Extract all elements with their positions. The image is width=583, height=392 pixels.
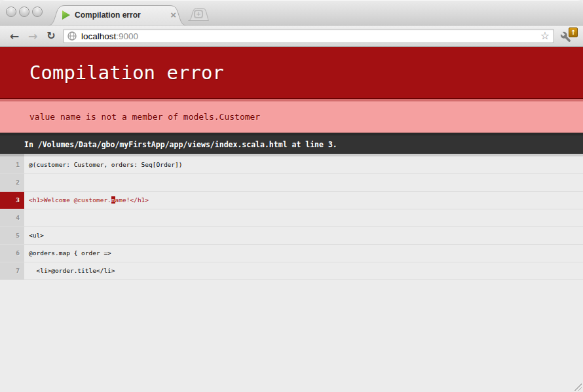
- update-badge: ↑: [569, 27, 578, 37]
- back-button[interactable]: ←: [7, 28, 22, 44]
- code-line-row: 2: [0, 174, 583, 192]
- forward-button[interactable]: →: [25, 28, 41, 44]
- error-detail: value name is not a member of models.Cus…: [0, 99, 583, 133]
- line-number: 1: [0, 154, 24, 173]
- code-line-row: 3 <h1>Welcome @customer.name!</h1>: [0, 192, 583, 209]
- tab-title: Compilation error: [75, 5, 141, 25]
- tab-strip: Compilation error × +: [0, 0, 583, 26]
- line-number: 3: [0, 192, 24, 209]
- code-line-row: 6 @orders.map { order =>: [0, 245, 583, 262]
- line-code: <ul>: [24, 227, 583, 244]
- line-code: [24, 174, 583, 191]
- line-number: 7: [0, 262, 24, 279]
- line-code: [24, 209, 583, 226]
- line-number: 4: [0, 209, 24, 226]
- code-line-row: 5 <ul>: [0, 227, 583, 245]
- code-listing: 1 @(customer: Customer, orders: Seq[Orde…: [0, 154, 583, 280]
- resize-grip[interactable]: [573, 382, 582, 391]
- bookmark-star-icon[interactable]: ☆: [540, 30, 550, 42]
- code-line-row: 4: [0, 209, 583, 227]
- line-number: 6: [0, 245, 24, 262]
- new-tab-plus-icon: +: [194, 10, 203, 18]
- code-line-row: 1 @(customer: Customer, orders: Seq[Orde…: [0, 154, 583, 174]
- url-host: localhost: [81, 31, 116, 41]
- new-tab-button[interactable]: +: [188, 8, 209, 21]
- url-text[interactable]: localhost:9000: [81, 31, 540, 41]
- line-number: 5: [0, 227, 24, 244]
- tab-compilation-error[interactable]: Compilation error ×: [48, 5, 187, 26]
- line-code: <h1>Welcome @customer.name!</h1>: [24, 192, 583, 209]
- window-zoom-button[interactable]: [32, 7, 43, 17]
- tab-close-icon[interactable]: ×: [170, 5, 176, 25]
- wrench-menu-button[interactable]: ↑: [558, 27, 578, 45]
- url-port: :9000: [116, 31, 138, 41]
- line-code: @(customer: Customer, orders: Seq[Order]…: [24, 154, 583, 173]
- line-code: @orders.map { order =>: [24, 245, 583, 262]
- error-page-title: Compilation error: [0, 47, 583, 99]
- reload-button[interactable]: ↻: [43, 28, 59, 44]
- browser-window: Compilation error × + ← → ↻ localhost:90…: [0, 0, 583, 392]
- globe-icon: [67, 31, 77, 41]
- window-controls: [6, 7, 43, 17]
- code-line-row: 7 <li>@order.title</li>: [0, 262, 583, 280]
- address-bar[interactable]: localhost:9000 ☆: [63, 29, 554, 43]
- browser-toolbar: ← → ↻ localhost:9000 ☆ ↑: [0, 26, 583, 47]
- window-close-button[interactable]: [6, 7, 16, 17]
- window-minimize-button[interactable]: [19, 7, 29, 17]
- line-code: <li>@order.title</li>: [24, 262, 583, 279]
- line-number: 2: [0, 174, 24, 191]
- error-location: In /Volumes/Data/gbo/myFirstApp/app/view…: [0, 133, 583, 154]
